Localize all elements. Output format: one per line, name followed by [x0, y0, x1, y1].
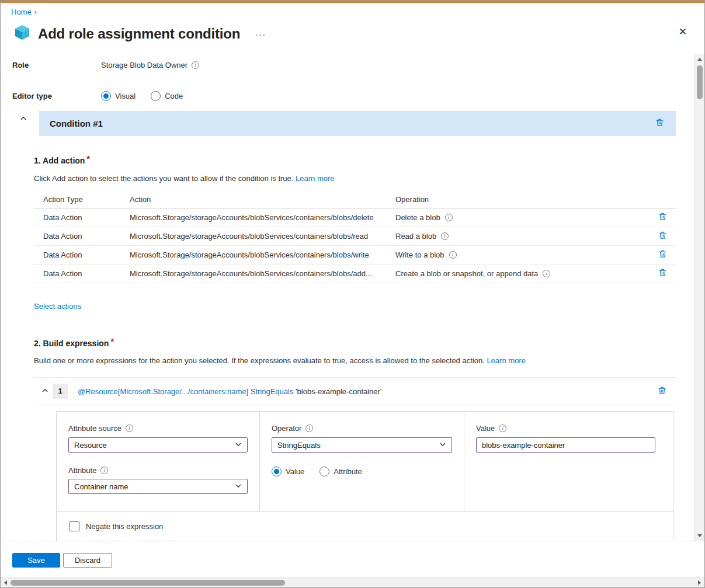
- select-actions-link[interactable]: Select actions: [34, 302, 81, 311]
- value-radio[interactable]: Value: [272, 467, 304, 476]
- operation-cell: Create a blob or snapshot, or append dat…: [395, 269, 538, 278]
- trash-icon: [658, 231, 667, 242]
- column-header-action: Action: [130, 195, 395, 204]
- action-cell: Microsoft.Storage/storageAccounts/blobSe…: [130, 213, 395, 222]
- table-row: Data Action Microsoft.Storage/storageAcc…: [34, 208, 676, 227]
- trash-icon: [655, 118, 664, 129]
- attribute-dropdown[interactable]: Container name: [68, 479, 248, 494]
- arrow-down-icon: [697, 534, 702, 537]
- editor-type-code-label: Code: [165, 92, 183, 100]
- delete-condition-button[interactable]: [654, 117, 665, 130]
- operator-dropdown[interactable]: StringEquals: [272, 437, 452, 453]
- scroll-down-button[interactable]: [695, 531, 704, 541]
- trash-icon: [658, 249, 667, 260]
- attribute-radio[interactable]: Attribute: [319, 467, 362, 476]
- resource-cube-icon: [13, 24, 31, 44]
- chevron-down-icon: [235, 441, 242, 450]
- build-expression-learn-more-link[interactable]: Learn more: [487, 356, 525, 365]
- breadcrumb-separator-icon: ›: [34, 8, 37, 16]
- required-marker: *: [110, 337, 113, 346]
- trash-icon: [658, 212, 667, 223]
- attribute-source-label: Attribute source: [68, 424, 121, 433]
- horizontal-scrollbar-thumb[interactable]: [11, 580, 285, 586]
- build-expression-heading: 2. Build expression*: [34, 339, 114, 348]
- actions-table: Action Type Action Operation Data Action…: [34, 191, 676, 283]
- role-label: Role: [12, 61, 101, 69]
- expression-index-badge: 1: [53, 384, 68, 399]
- radio-selected-icon: [272, 467, 282, 476]
- action-type-cell: Data Action: [43, 250, 130, 259]
- more-options-button[interactable]: ···: [255, 29, 266, 39]
- add-role-assignment-condition-window: Home › Add role assignment condition ···…: [0, 0, 705, 588]
- save-button[interactable]: Save: [12, 553, 60, 568]
- value-column: Value i: [464, 412, 673, 511]
- delete-expression-button[interactable]: [657, 385, 668, 398]
- operator-info-icon[interactable]: i: [305, 425, 313, 432]
- arrow-right-icon: [698, 580, 701, 585]
- horizontal-scrollbar[interactable]: [1, 577, 704, 587]
- scroll-right-button[interactable]: [694, 578, 704, 587]
- negate-checkbox[interactable]: [70, 521, 79, 531]
- value-info-icon[interactable]: i: [499, 425, 506, 432]
- close-icon[interactable]: ✕: [679, 26, 687, 38]
- attribute-source-info-icon[interactable]: i: [126, 425, 133, 432]
- condition-collapse-button[interactable]: [18, 114, 29, 125]
- condition-title: Condition #1: [50, 119, 103, 128]
- breadcrumb-home-link[interactable]: Home: [11, 8, 32, 16]
- role-info-icon[interactable]: i: [192, 61, 199, 69]
- table-row: Data Action Microsoft.Storage/storageAcc…: [34, 265, 676, 283]
- operation-info-icon[interactable]: i: [449, 251, 457, 259]
- column-header-action-type: Action Type: [43, 195, 130, 204]
- value-label: Value: [476, 424, 495, 433]
- value-input[interactable]: [476, 437, 655, 453]
- attribute-source-dropdown[interactable]: Resource: [68, 437, 248, 453]
- delete-action-button[interactable]: [657, 211, 668, 224]
- editor-type-visual-label: Visual: [115, 92, 136, 100]
- chevron-down-icon: [439, 441, 446, 450]
- role-value: Storage Blob Data Owner: [101, 61, 187, 69]
- action-type-cell: Data Action: [43, 213, 130, 222]
- operation-info-icon[interactable]: i: [543, 270, 550, 277]
- expression-summary-text: @Resource[Microsoft.Storage/.../containe…: [78, 387, 381, 396]
- scroll-up-button[interactable]: [695, 54, 704, 64]
- condition-header: Condition #1: [39, 111, 676, 136]
- trash-icon: [658, 386, 666, 397]
- attribute-info-icon[interactable]: i: [100, 467, 108, 474]
- editor-type-visual-radio[interactable]: Visual: [101, 91, 136, 101]
- scroll-left-button[interactable]: [1, 578, 11, 587]
- expression-operator-link[interactable]: StringEquals: [251, 387, 294, 396]
- expression-collapse-button[interactable]: [40, 386, 50, 397]
- expression-value-text: 'blobs-example-container': [296, 387, 381, 396]
- expression-summary-row: 1 @Resource[Microsoft.Storage/.../contai…: [34, 378, 676, 405]
- operation-cell: Read a blob: [395, 232, 436, 241]
- delete-action-button[interactable]: [657, 248, 668, 262]
- action-type-cell: Data Action: [43, 269, 130, 278]
- action-type-cell: Data Action: [43, 232, 130, 241]
- radio-unselected-icon: [319, 467, 329, 476]
- delete-action-button[interactable]: [657, 229, 668, 243]
- content-bottom-divider: [1, 541, 696, 541]
- discard-button[interactable]: Discard: [63, 553, 112, 568]
- radio-selected-icon: [101, 91, 111, 101]
- vertical-scrollbar[interactable]: [694, 54, 704, 541]
- attribute-radio-label: Attribute: [334, 467, 362, 476]
- role-row: Role Storage Blob Data Owner i: [12, 61, 199, 69]
- action-cell: Microsoft.Storage/storageAccounts/blobSe…: [130, 250, 395, 259]
- operator-column: Operator i StringEquals Value Attribute: [260, 412, 464, 511]
- delete-action-button[interactable]: [657, 267, 668, 280]
- operator-label: Operator: [272, 424, 301, 433]
- operation-info-icon[interactable]: i: [445, 214, 453, 221]
- attribute-label: Attribute: [68, 466, 96, 475]
- operation-info-icon[interactable]: i: [441, 232, 449, 240]
- vertical-scrollbar-thumb[interactable]: [697, 65, 703, 99]
- arrow-left-icon: [4, 580, 7, 585]
- add-action-learn-more-link[interactable]: Learn more: [296, 174, 334, 183]
- editor-type-code-radio[interactable]: Code: [151, 91, 183, 101]
- column-header-operation: Operation: [395, 195, 649, 204]
- editor-type-label: Editor type: [12, 92, 101, 100]
- add-action-heading: 1. Add action*: [34, 156, 90, 165]
- operation-cell: Write to a blob: [395, 250, 444, 259]
- expression-resource-link[interactable]: @Resource[Microsoft.Storage/.../containe…: [78, 387, 248, 396]
- attribute-value: Container name: [74, 482, 129, 491]
- actions-table-header: Action Type Action Operation: [34, 191, 676, 208]
